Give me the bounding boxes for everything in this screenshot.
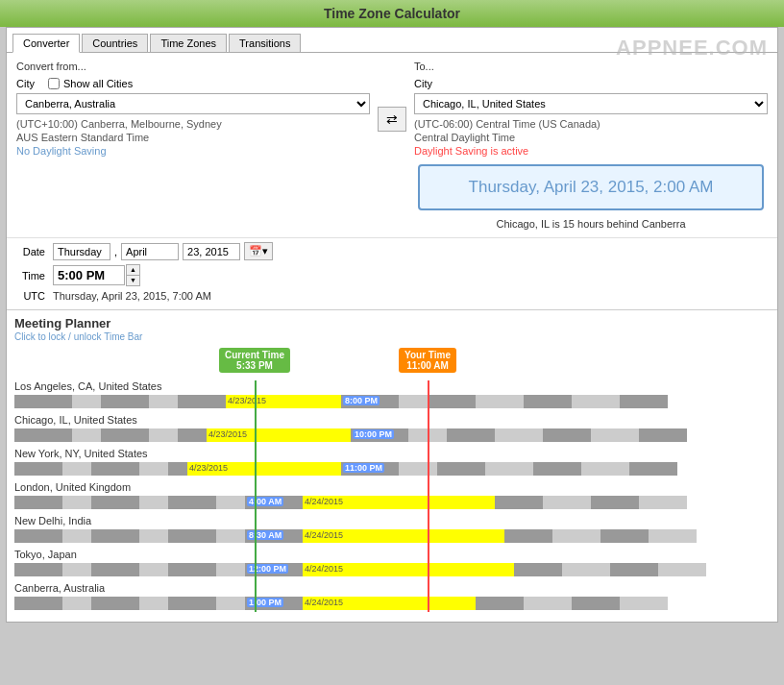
city-row-canberra: Canberra, Australia 1:00 PM 4/24/20 — [14, 582, 770, 612]
bar-dark-tok: 12:00 PM — [245, 563, 303, 576]
time-down-button[interactable]: ▼ — [127, 276, 139, 285]
time-la: 8:00 PM — [343, 396, 380, 405]
swap-section: ⇄ — [378, 61, 406, 132]
bar-seg — [639, 428, 687, 442]
bar-seg — [399, 395, 428, 408]
bar-seg — [600, 529, 649, 543]
time-bar-losangeles[interactable]: 4/23/2015 8:00 PM — [14, 393, 770, 410]
bar-seg — [91, 597, 139, 610]
city-row-tokyo: Tokyo, Japan 12:00 PM 4/24/2015 — [14, 549, 770, 578]
from-dst: No Daylight Saving — [16, 145, 370, 157]
to-label: To... — [414, 61, 768, 72]
show-all-cities-label: Show all Cities — [63, 78, 133, 89]
time-bar-london[interactable]: 4:00 AM 4/24/2015 — [14, 494, 770, 511]
bar-yellow-can: 4/24/2015 — [303, 597, 476, 610]
date-nd: 4/24/2015 — [305, 530, 343, 540]
bar-seg — [524, 395, 572, 408]
tab-converter[interactable]: Converter — [12, 34, 80, 53]
city-name-newdelhi: New Delhi, India — [14, 515, 770, 526]
bar-yellow-la: 4/23/2015 — [226, 395, 341, 408]
from-tz-line1: (UTC+10:00) Canberra, Melbourne, Sydney — [16, 118, 370, 130]
tab-countries[interactable]: Countries — [82, 34, 148, 52]
bar-seg — [591, 428, 639, 442]
bar-seg — [639, 496, 687, 509]
bar-losangeles: 4/23/2015 8:00 PM — [14, 395, 764, 408]
tab-timezones[interactable]: Time Zones — [150, 34, 227, 52]
app-title: Time Zone Calculator — [324, 6, 460, 21]
swap-button[interactable]: ⇄ — [378, 107, 406, 132]
bar-seg — [447, 428, 495, 442]
time-bar-newyork[interactable]: 4/23/2015 11:00 PM — [14, 460, 770, 477]
bar-seg — [178, 428, 207, 442]
bar-dark-ny: 11:00 PM — [341, 462, 399, 476]
date-tok: 4/24/2015 — [305, 564, 343, 574]
bar-seg — [91, 529, 139, 543]
bar-seg — [168, 462, 187, 476]
bar-yellow-chi: 4/23/2015 — [207, 428, 351, 442]
bar-canberra: 1:00 PM 4/24/2015 — [14, 597, 764, 610]
bar-seg — [14, 462, 62, 476]
to-city-select[interactable]: Chicago, IL, United States — [414, 93, 768, 114]
time-lon: 4:00 AM — [247, 497, 283, 506]
bar-seg — [495, 496, 543, 509]
bar-seg — [216, 529, 245, 543]
to-panel: To... City Chicago, IL, United States (U… — [414, 61, 768, 233]
time-input[interactable]: 5:00 PM — [53, 265, 125, 285]
date-ny: 4/23/2015 — [189, 463, 228, 473]
bar-seg — [139, 462, 168, 476]
date-day-field[interactable]: Thursday — [53, 243, 110, 260]
time-ny: 11:00 PM — [343, 463, 384, 473]
bar-seg — [552, 529, 600, 543]
city-label-from: City — [16, 78, 40, 89]
time-nd: 8:30 AM — [247, 530, 283, 540]
bar-seg — [658, 563, 706, 576]
show-all-cities-from: Show all Cities — [48, 78, 133, 89]
bar-seg — [62, 462, 91, 476]
bar-seg — [399, 462, 437, 476]
bar-dark-chi: 10:00 PM — [351, 428, 408, 442]
bar-newdelhi: 8:30 AM 4/24/2015 — [14, 529, 764, 543]
current-time-line — [255, 380, 257, 612]
bar-seg — [649, 529, 697, 543]
bar-seg — [572, 395, 620, 408]
date-fields: Thursday , April 23, 2015 📅▾ — [53, 242, 273, 260]
bar-seg — [216, 563, 245, 576]
from-city-select[interactable]: Canberra, Australia — [16, 93, 370, 114]
from-city-select-wrapper: Canberra, Australia — [16, 93, 370, 114]
date-month-field[interactable]: April — [121, 243, 179, 260]
bar-seg — [485, 462, 533, 476]
bar-seg — [139, 563, 168, 576]
bar-seg — [178, 395, 226, 408]
meeting-planner: Meeting Planner Click to lock / unlock T… — [7, 309, 777, 622]
time-input-group: 5:00 PM ▲ ▼ — [53, 264, 140, 286]
bar-seg — [562, 563, 610, 576]
to-dst: Daylight Saving is active — [414, 145, 768, 157]
bar-dark-can: 1:00 PM — [245, 597, 303, 610]
bar-seg — [216, 597, 245, 610]
bar-seg — [168, 563, 216, 576]
time-bar-tokyo[interactable]: 12:00 PM 4/24/2015 — [14, 561, 770, 578]
calendar-button[interactable]: 📅▾ — [244, 242, 273, 260]
bar-seg — [14, 496, 62, 509]
time-bar-newdelhi[interactable]: 8:30 AM 4/24/2015 — [14, 527, 770, 545]
date-yearday-field[interactable]: 23, 2015 — [183, 243, 240, 260]
bar-yellow-ny: 4/23/2015 — [187, 462, 341, 476]
bar-seg — [62, 496, 91, 509]
tab-transitions[interactable]: Transitions — [229, 34, 301, 52]
bar-seg — [14, 563, 62, 576]
time-up-button[interactable]: ▲ — [127, 265, 139, 276]
time-bar-canberra[interactable]: 1:00 PM 4/24/2015 — [14, 595, 770, 612]
show-all-cities-checkbox-from[interactable] — [48, 78, 60, 89]
city-name-chicago: Chicago, IL, United States — [14, 414, 770, 426]
bar-seg — [610, 563, 658, 576]
bar-seg — [72, 395, 101, 408]
utc-row: UTC Thursday, April 23, 2015, 7:00 AM — [16, 290, 768, 302]
bar-seg — [62, 597, 91, 610]
date-label: Date — [16, 246, 45, 257]
bar-seg — [62, 563, 91, 576]
bar-seg — [543, 428, 591, 442]
bar-dark-nd: 8:30 AM — [245, 529, 303, 543]
time-bar-chicago[interactable]: 4/23/2015 10:00 PM — [14, 427, 770, 444]
date-lon: 4/24/2015 — [305, 497, 343, 506]
bar-yellow-nd: 4/24/2015 — [303, 529, 504, 543]
